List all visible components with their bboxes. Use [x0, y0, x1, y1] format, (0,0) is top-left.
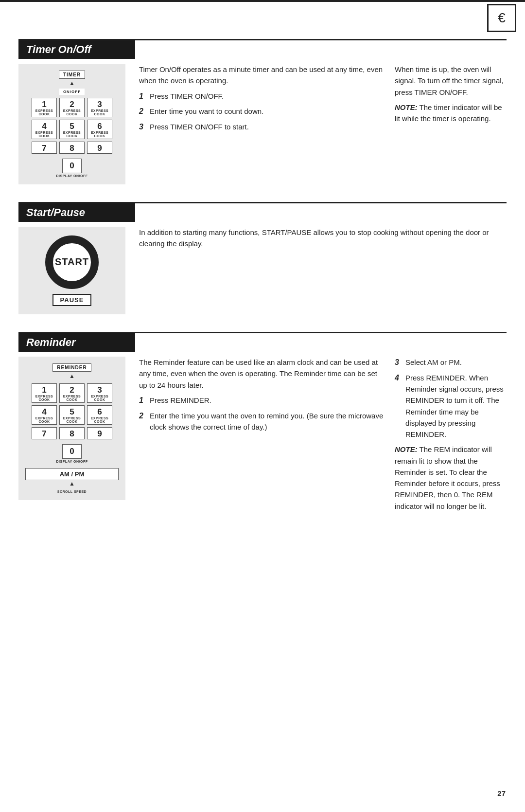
top-right-icon: €	[487, 4, 516, 32]
key-3[interactable]: 3 EXPRESS COOK	[87, 98, 112, 117]
rem-key-9[interactable]: 9	[87, 427, 112, 439]
timer-instructions: Timer On/Off operates as a minute timer …	[139, 64, 395, 137]
timer-display-on-off: DISPLAY ON/OFF	[56, 174, 88, 178]
reminder-note: NOTE: The REM indicator will remain lit …	[395, 444, 507, 512]
start-section: Start/Pause START PAUSE In addition to s…	[18, 202, 507, 314]
rem-key-1[interactable]: 1 EXPRESS COOK	[32, 383, 57, 403]
timer-intro: Timer On/Off operates as a minute timer …	[139, 64, 385, 87]
key-8[interactable]: 8	[59, 142, 85, 154]
timer-keypad: TIMER ▲ ON/OFF 1 EXPRESS COOK 2 EXPRESS …	[18, 64, 125, 184]
start-section-header: Start/Pause	[18, 203, 135, 222]
pause-button[interactable]: PAUSE	[52, 294, 92, 306]
reminder-keypad-grid: 1 EXPRESS COOK 2 EXPRESS COOK 3 EXPRESS …	[32, 383, 112, 439]
timer-step-3: 3 Press TIMER ON/OFF to start.	[139, 121, 385, 133]
timer-keypad-label: TIMER	[59, 71, 85, 79]
key-5[interactable]: 5 EXPRESS COOK	[59, 120, 85, 139]
scroll-speed-label: SCROLL SPEED	[57, 490, 87, 493]
timer-note: NOTE: The timer indicator will be lit wh…	[395, 102, 507, 125]
rem-key-6[interactable]: 6 EXPRESS COOK	[87, 405, 112, 425]
reminder-step-1: 1 Press REMINDER.	[139, 395, 385, 407]
timer-right-intro: When time is up, the oven will signal. T…	[395, 64, 507, 98]
timer-note-label: NOTE:	[395, 103, 418, 111]
reminder-keypad-label: REMINDER	[52, 363, 91, 372]
reminder-display-on-off: DISPLAY ON/OFF	[56, 460, 88, 463]
reminder-right-col: 3 Select AM or PM. 4 Press REMINDER. Whe…	[395, 357, 507, 512]
start-inner-circle: START	[51, 241, 93, 283]
rem-key-8[interactable]: 8	[59, 427, 85, 439]
rem-key-3[interactable]: 3 EXPRESS COOK	[87, 383, 112, 403]
timer-keypad-arrow: ▲	[69, 80, 75, 87]
timer-step-2: 2 Enter time you want to count down.	[139, 106, 385, 118]
reminder-note-text: The REM indicator will remain lit to sho…	[395, 445, 500, 510]
start-area: START PAUSE	[18, 227, 125, 314]
top-border	[0, 0, 525, 2]
reminder-keypad: REMINDER ▲ 1 EXPRESS COOK 2 EXPRESS COOK…	[18, 357, 125, 500]
key-0[interactable]: 0	[62, 159, 81, 173]
start-outer-circle: START	[45, 235, 99, 289]
timer-zero-wrap: 0 DISPLAY ON/OFF	[56, 159, 88, 178]
reminder-section-header: Reminder	[18, 333, 135, 352]
reminder-step-3: 3 Select AM or PM.	[395, 357, 507, 369]
key-7[interactable]: 7	[32, 142, 57, 154]
reminder-step-4: 4 Press REMINDER. When Reminder signal o…	[395, 372, 507, 440]
reminder-step-2: 2 Enter the time you want the oven to re…	[139, 410, 385, 433]
start-instructions: In addition to starting many functions, …	[139, 227, 507, 253]
key-6[interactable]: 6 EXPRESS COOK	[87, 120, 112, 139]
page-number: 27	[497, 789, 506, 797]
ampm-key[interactable]: AM / PM	[25, 468, 119, 480]
reminder-intro: The Reminder feature can be used like an…	[139, 357, 385, 391]
start-label: START	[55, 256, 89, 268]
rem-key-5[interactable]: 5 EXPRESS COOK	[59, 405, 85, 425]
key-9[interactable]: 9	[87, 142, 112, 154]
timer-on-off-label: ON/OFF	[59, 89, 85, 95]
rem-key-0[interactable]: 0	[62, 444, 81, 459]
rem-key-7[interactable]: 7	[32, 427, 57, 439]
euro-icon: €	[498, 10, 506, 26]
start-description: In addition to starting many functions, …	[139, 227, 497, 250]
timer-section-header: Timer On/Off	[18, 40, 135, 59]
key-1[interactable]: 1 EXPRESS COOK	[32, 98, 57, 117]
timer-keypad-grid: 1 EXPRESS COOK 2 EXPRESS COOK 3 EXPRESS …	[32, 98, 112, 154]
reminder-section: Reminder REMINDER ▲ 1 EXPRESS COOK 2 EXP…	[18, 332, 507, 512]
reminder-note-label: NOTE:	[395, 445, 418, 453]
key-4[interactable]: 4 EXPRESS COOK	[32, 120, 57, 139]
ampm-arrow: ▲	[69, 480, 75, 487]
ampm-wrap: AM / PM ▲ SCROLL SPEED	[25, 466, 119, 493]
reminder-keypad-arrow: ▲	[69, 373, 75, 379]
reminder-instructions: The Reminder feature can be used like an…	[139, 357, 395, 436]
timer-section: Timer On/Off TIMER ▲ ON/OFF 1 EXPRESS CO…	[18, 39, 507, 184]
reminder-zero-wrap: 0 DISPLAY ON/OFF	[56, 444, 88, 463]
timer-step-1: 1 Press TIMER ON/OFF.	[139, 90, 385, 103]
rem-key-2[interactable]: 2 EXPRESS COOK	[59, 383, 85, 403]
timer-right-col: When time is up, the oven will signal. T…	[395, 64, 507, 124]
rem-key-4[interactable]: 4 EXPRESS COOK	[32, 405, 57, 425]
key-2[interactable]: 2 EXPRESS COOK	[59, 98, 85, 117]
